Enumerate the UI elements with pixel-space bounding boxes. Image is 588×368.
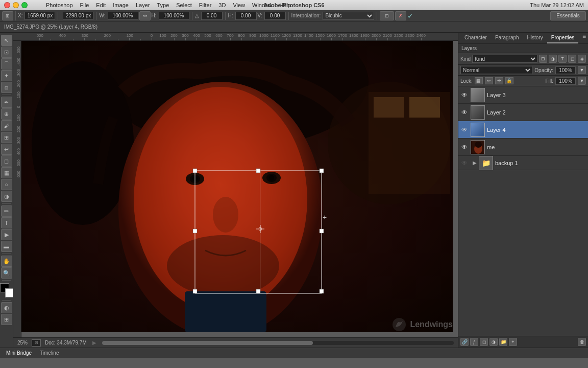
pen-tool[interactable]: ✏ [1, 205, 12, 217]
layer-visibility-backup1[interactable]: 👁 [460, 159, 469, 167]
layer-item-backup1[interactable]: 👁 ▶ 📁 backup 1 [458, 156, 588, 170]
height-input[interactable] [159, 12, 189, 20]
quick-mask-button[interactable]: ◐ [1, 302, 12, 313]
kind-select[interactable]: Kind [472, 55, 537, 63]
scrollbar-thumb[interactable] [102, 341, 313, 345]
crop-tool[interactable]: ⧈ [1, 82, 12, 93]
doc-info-arrow[interactable]: ▶ [91, 339, 98, 347]
maximize-button[interactable] [21, 2, 28, 8]
interpolation-select[interactable]: Bicubic Bilinear Nearest Neighbor [323, 12, 374, 20]
blend-mode-select[interactable]: Normal Multiply Screen [460, 66, 532, 74]
layer-visibility-layer2[interactable]: 👁 [460, 108, 469, 117]
history-brush-tool[interactable]: ↩ [1, 144, 12, 155]
file-tab[interactable]: IMG_5274.JPG @ 25% (Layer 4, RGB/8) [4, 24, 97, 30]
layer-effects-button[interactable]: ƒ [470, 338, 478, 346]
dodge-tool[interactable]: ◑ [1, 191, 12, 202]
lock-image-btn[interactable]: ✏ [485, 77, 493, 84]
zoom-tool[interactable]: 🔍 [1, 267, 12, 279]
link-dimensions-button[interactable]: ⇔ [139, 11, 151, 20]
layer-item-layer3[interactable]: 👁 Layer 3 [458, 86, 588, 104]
tool-mode-button[interactable]: ⊞ [2, 11, 13, 20]
filter-adjust-btn[interactable]: ◑ [549, 55, 557, 63]
move-tool[interactable]: ↖ [1, 35, 12, 46]
layer-link-button[interactable]: 🔗 [460, 338, 469, 346]
y-input[interactable] [63, 12, 93, 20]
opacity-input[interactable] [555, 66, 576, 74]
menu-edit[interactable]: Edit [93, 2, 109, 8]
shape-tool[interactable]: ▬ [1, 241, 12, 252]
filter-smart-btn[interactable]: ◈ [578, 55, 586, 63]
layer-item-layer4[interactable]: 👁 Layer 4 [458, 121, 588, 139]
tab-character[interactable]: Character [460, 33, 491, 43]
horizontal-scrollbar[interactable] [102, 341, 454, 345]
layer-mask-button[interactable]: ◻ [480, 338, 488, 346]
layer-visibility-layer3[interactable]: 👁 [460, 91, 469, 99]
filter-pixel-btn[interactable]: ⊡ [539, 55, 547, 63]
lock-all-btn[interactable]: 🔒 [505, 77, 513, 84]
fill-input[interactable] [555, 77, 576, 85]
svg-rect-24 [193, 289, 197, 293]
minimize-button[interactable] [13, 2, 19, 8]
brush-tool[interactable]: 🖌 [1, 120, 12, 131]
hand-tool[interactable]: ✋ [1, 256, 12, 267]
path-select-tool[interactable]: ▶ [1, 229, 12, 240]
panel-menu-button[interactable]: ≡ [582, 33, 586, 43]
background-color[interactable] [5, 288, 13, 297]
filter-shape-btn[interactable]: ◻ [568, 55, 576, 63]
tab-history[interactable]: History [523, 33, 547, 43]
color-pair[interactable] [0, 283, 13, 297]
menu-select[interactable]: Select [173, 2, 195, 8]
eraser-tool[interactable]: ◻ [1, 155, 12, 167]
hskew-input[interactable] [235, 12, 257, 20]
eyedropper-tool[interactable]: ✒ [1, 97, 12, 108]
new-layer-button[interactable]: + [509, 338, 517, 346]
layer-visibility-layer4[interactable]: 👁 [460, 126, 469, 134]
heal-tool[interactable]: ⊕ [1, 108, 12, 120]
filter-type-btn[interactable]: T [558, 55, 567, 63]
rotation-input[interactable] [201, 12, 223, 20]
status-bar: 25% ⊡ Doc: 34.3M/79.7M ▶ [13, 337, 458, 348]
screen-mode-button[interactable]: ⊞ [1, 314, 12, 325]
vskew-input[interactable] [264, 12, 286, 20]
layer-item-layer2[interactable]: 👁 Layer 2 [458, 104, 588, 121]
opacity-options-btn[interactable]: ▼ [578, 66, 586, 74]
type-tool[interactable]: T [1, 217, 12, 228]
menu-photoshop[interactable]: Photoshop [43, 2, 76, 8]
menu-file[interactable]: File [77, 2, 92, 8]
delete-layer-button[interactable]: 🗑 [578, 338, 586, 346]
x-input[interactable] [24, 12, 55, 20]
confirm-transform-button[interactable]: ✓ [407, 12, 413, 20]
close-button[interactable] [4, 2, 10, 8]
blur-tool[interactable]: ○ [1, 179, 12, 190]
menu-filter[interactable]: Filter [196, 2, 214, 8]
menu-image[interactable]: Image [110, 2, 132, 8]
traffic-lights[interactable] [4, 2, 28, 8]
gradient-tool[interactable]: ▦ [1, 167, 12, 178]
warp-button[interactable]: ⊡ [380, 11, 394, 20]
cancel-transform-button[interactable]: ✗ [395, 11, 406, 20]
quick-select-tool[interactable]: ✦ [1, 70, 12, 81]
menu-type[interactable]: Type [154, 2, 172, 8]
layer-item-me[interactable]: 👁 me [458, 139, 588, 156]
lock-transparent-btn[interactable]: ▦ [475, 77, 483, 84]
layer-visibility-me[interactable]: 👁 [460, 143, 469, 151]
lasso-tool[interactable]: ⌒ [1, 58, 12, 70]
group-expand-arrow[interactable]: ▶ [473, 160, 477, 166]
marquee-tool[interactable]: ⊡ [1, 47, 12, 58]
tab-mini-bridge[interactable]: Mini Bridge [4, 350, 34, 356]
menu-3d[interactable]: 3D [215, 2, 229, 8]
layer-group-button[interactable]: 📁 [499, 338, 507, 346]
zoom-thumb-button[interactable]: ⊡ [32, 339, 41, 347]
layer-adjustment-button[interactable]: ◑ [489, 338, 498, 346]
tab-paragraph[interactable]: Paragraph [491, 33, 523, 43]
canvas-viewport[interactable]: + Lendwings [21, 41, 458, 337]
fill-options-btn[interactable]: ▼ [578, 77, 586, 85]
clone-tool[interactable]: ⊞ [1, 132, 12, 143]
tab-timeline[interactable]: Timeline [38, 350, 61, 356]
width-input[interactable] [108, 12, 138, 20]
menu-view[interactable]: View [230, 2, 248, 8]
menu-layer[interactable]: Layer [133, 2, 153, 8]
lock-position-btn[interactable]: ✛ [495, 77, 503, 84]
essentials-button[interactable]: Essentials [550, 11, 586, 20]
tab-properties[interactable]: Properties [547, 33, 579, 43]
